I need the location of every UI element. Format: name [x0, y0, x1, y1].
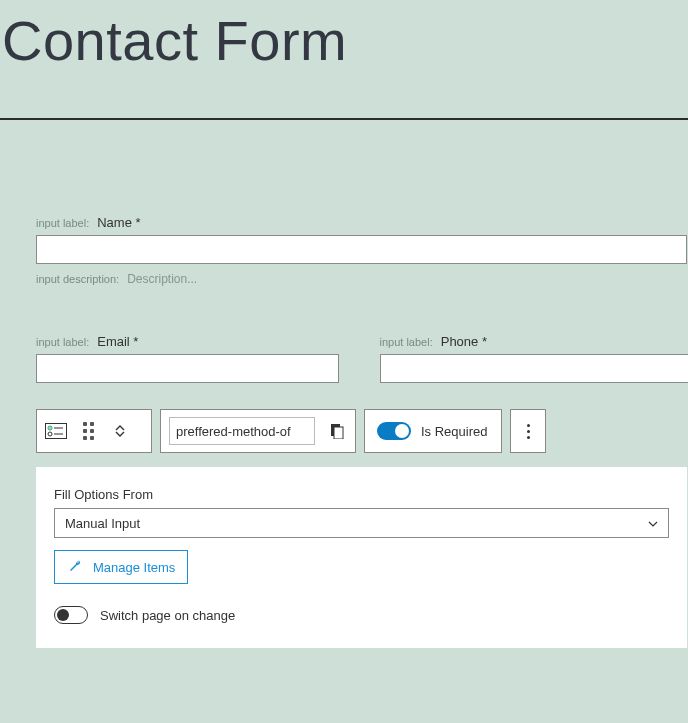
chevron-down-icon — [115, 431, 125, 437]
page-title: Contact Form — [0, 0, 688, 118]
manage-items-button[interactable]: Manage Items — [54, 550, 188, 584]
form-area: input label: Name * input description: D… — [0, 120, 688, 648]
meta-input-label-email: input label: — [36, 336, 89, 348]
chevron-down-icon — [648, 518, 658, 529]
field-phone: input label: Phone * — [380, 334, 688, 383]
fill-options-selected: Manual Input — [65, 516, 140, 531]
widget-type-icon[interactable] — [45, 420, 67, 442]
phone-label[interactable]: Phone * — [441, 334, 487, 349]
svg-rect-7 — [334, 427, 343, 439]
switch-page-toggle[interactable] — [54, 606, 88, 624]
meta-input-label-phone: input label: — [380, 336, 433, 348]
more-vertical-icon — [527, 424, 530, 439]
email-input[interactable] — [36, 354, 339, 383]
field-id-text: preffered-method-of — [176, 424, 291, 439]
switch-page-label: Switch page on change — [100, 608, 235, 623]
name-input[interactable] — [36, 235, 687, 264]
widget-toolbar: preffered-method-of Is Required — [36, 409, 687, 453]
email-label[interactable]: Email * — [97, 334, 138, 349]
options-panel: Fill Options From Manual Input Manage It… — [36, 467, 687, 648]
phone-input[interactable] — [380, 354, 689, 383]
is-required-toggle[interactable] — [377, 422, 411, 440]
meta-input-label: input label: — [36, 217, 89, 229]
svg-point-4 — [48, 432, 52, 436]
field-email: input label: Email * — [36, 334, 344, 383]
fill-options-select[interactable]: Manual Input — [54, 508, 669, 538]
svg-rect-0 — [46, 424, 67, 439]
meta-input-description: input description: — [36, 273, 119, 285]
wrench-icon — [67, 558, 83, 577]
name-label[interactable]: Name * — [97, 215, 140, 230]
name-description-placeholder[interactable]: Description... — [127, 272, 197, 286]
is-required-label: Is Required — [421, 424, 487, 439]
manage-items-label: Manage Items — [93, 560, 175, 575]
fill-options-title: Fill Options From — [54, 487, 669, 502]
reorder-arrows[interactable] — [109, 420, 131, 442]
field-name: input label: Name * input description: D… — [36, 215, 687, 286]
drag-handle-icon[interactable] — [77, 420, 99, 442]
field-id-input[interactable]: preffered-method-of — [169, 417, 315, 445]
more-options-button[interactable] — [510, 409, 546, 453]
svg-point-2 — [49, 427, 51, 429]
copy-icon[interactable] — [325, 420, 347, 442]
